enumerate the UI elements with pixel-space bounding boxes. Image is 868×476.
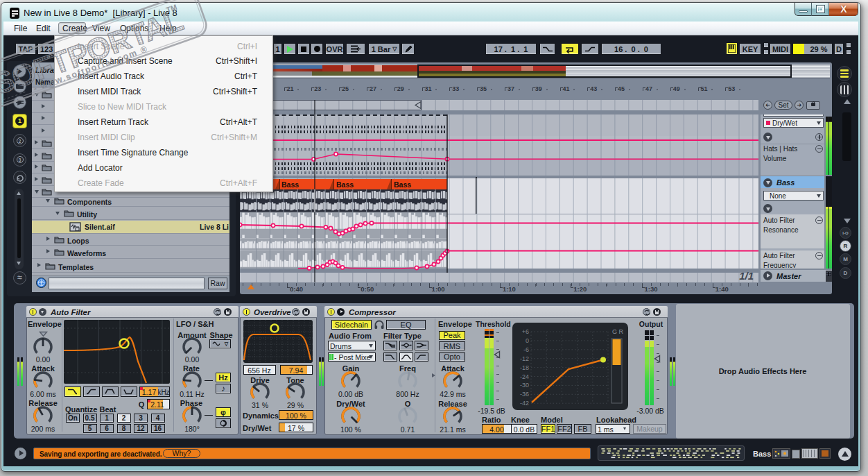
- svg-text:-18: -18: [520, 364, 529, 371]
- svg-text:-42: -42: [520, 400, 529, 407]
- svg-text:-24: -24: [520, 373, 529, 380]
- svg-text:+6: +6: [522, 328, 529, 335]
- svg-text:0: 0: [526, 337, 529, 344]
- svg-text:G R: G R: [612, 328, 624, 335]
- svg-text:-6: -6: [523, 346, 529, 353]
- svg-text:-36: -36: [520, 391, 529, 398]
- svg-text:-30: -30: [520, 382, 529, 389]
- svg-text:-12: -12: [520, 355, 529, 362]
